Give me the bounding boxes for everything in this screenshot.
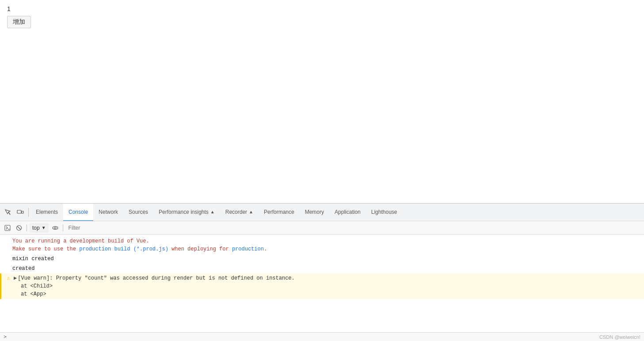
context-selector[interactable]: top ▼: [30, 223, 49, 233]
warn-icon: ⚠: [5, 274, 12, 282]
tab-network[interactable]: Network: [93, 204, 123, 221]
add-button[interactable]: 增加: [7, 16, 31, 28]
svg-rect-1: [22, 211, 23, 213]
inspect-element-icon[interactable]: [2, 206, 14, 219]
warn-line-main: ▶ [Vue warn]: Property "count" was acces…: [14, 274, 640, 282]
tab-recorder[interactable]: Recorder ▲: [220, 204, 259, 221]
tab-lighthouse[interactable]: Lighthouse: [366, 204, 403, 221]
warn-at-child: at <Child>: [21, 282, 640, 290]
toolbar-divider: [27, 224, 27, 231]
recorder-badge: ▲: [249, 209, 253, 214]
devtools-tabs-bar: Elements Console Network Sources Perform…: [0, 204, 644, 221]
console-prompt[interactable]: >: [4, 334, 7, 340]
console-line-vue-dev: You are running a development build of V…: [0, 236, 644, 254]
console-line-vue-warn: ⚠ ▶ [Vue warn]: Property "count" was acc…: [0, 273, 644, 299]
expand-arrow-icon[interactable]: ▶: [14, 274, 17, 282]
svg-point-5: [54, 227, 56, 229]
console-vue-text-1: You are running a development build of V…: [12, 238, 267, 252]
tab-memory[interactable]: Memory: [300, 204, 329, 221]
warn-at-app: at <App>: [21, 290, 640, 298]
eye-icon[interactable]: [50, 223, 60, 233]
bottom-credit: CSDN @weiweicn!: [599, 334, 640, 340]
svg-rect-0: [17, 210, 21, 213]
console-toolbar: top ▼: [0, 221, 644, 235]
tab-console[interactable]: Console: [63, 204, 93, 221]
console-bottom-bar: > CSDN @weiweicn!: [0, 332, 644, 341]
page-content: 1 增加: [0, 0, 644, 203]
console-filter-input[interactable]: [66, 223, 641, 233]
tab-divider: [28, 208, 29, 217]
console-created-text: created: [12, 265, 34, 272]
context-dropdown-icon: ▼: [42, 225, 46, 230]
vue-warn-text: [Vue warn]: Property "count" was accesse…: [18, 274, 295, 282]
console-output: You are running a development build of V…: [0, 235, 644, 332]
console-mixin-text: mixin created: [12, 256, 54, 262]
performance-insights-badge: ▲: [210, 209, 215, 214]
execute-script-icon[interactable]: [3, 223, 12, 233]
device-toolbar-icon[interactable]: [14, 206, 27, 219]
toolbar-divider-2: [63, 224, 63, 231]
counter-display: 1: [7, 5, 637, 12]
tab-performance[interactable]: Performance: [259, 204, 300, 221]
tab-application[interactable]: Application: [329, 204, 366, 221]
tab-elements[interactable]: Elements: [30, 204, 63, 221]
tab-performance-insights[interactable]: Performance insights ▲: [153, 204, 220, 221]
tab-sources[interactable]: Sources: [123, 204, 153, 221]
devtools-panel: Elements Console Network Sources Perform…: [0, 203, 644, 341]
warn-child-lines: at <Child> at <App>: [14, 282, 640, 298]
console-line-mixin: mixin created: [0, 254, 644, 264]
clear-console-icon[interactable]: [14, 223, 24, 233]
console-line-created: created: [0, 264, 644, 273]
